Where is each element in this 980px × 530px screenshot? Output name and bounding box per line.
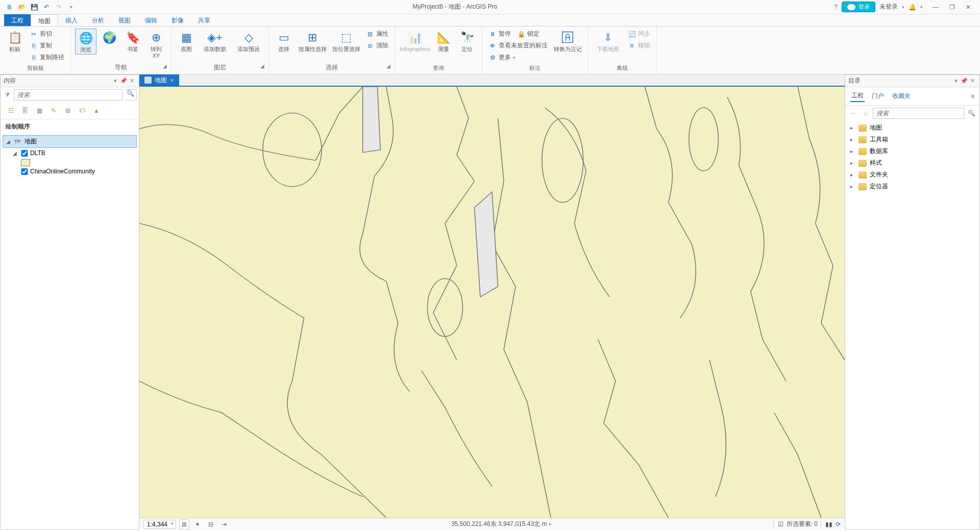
- catalog-item-databases[interactable]: ▸数据库: [847, 145, 977, 157]
- catalog-item-locators[interactable]: ▸定位器: [847, 181, 977, 192]
- close-tab-icon[interactable]: ✕: [170, 78, 174, 83]
- collapse-icon[interactable]: ◢: [6, 139, 12, 144]
- more-labeling-button[interactable]: ⚙更多 ▾: [486, 52, 550, 63]
- autohide-icon[interactable]: ▾: [111, 78, 119, 84]
- catalog-item-styles[interactable]: ▸样式: [847, 157, 977, 169]
- status-grid-icon[interactable]: ⊟: [206, 519, 216, 529]
- cut-button[interactable]: ✂剪切: [28, 29, 66, 39]
- help-icon[interactable]: ?: [834, 4, 838, 11]
- catalog-item-toolboxes[interactable]: ▸工具箱: [847, 134, 977, 145]
- layer-visibility-checkbox[interactable]: [21, 168, 28, 175]
- sync-button[interactable]: 🔄同步: [626, 29, 652, 39]
- add-preset-button[interactable]: ◇添加预设: [233, 29, 264, 54]
- home-icon[interactable]: ⌂: [861, 110, 871, 117]
- tab-portal[interactable]: 门户: [871, 91, 885, 102]
- measure-button[interactable]: 📐测量: [433, 29, 454, 54]
- select-by-loc-button[interactable]: ⬚按位置选择: [330, 29, 362, 54]
- bookmarks-button[interactable]: 🔖书签: [122, 29, 143, 54]
- fullextent-button[interactable]: 🌍: [99, 29, 120, 54]
- tab-project[interactable]: 工程: [4, 14, 31, 26]
- status-constraint-icon[interactable]: ⊞: [179, 519, 189, 529]
- list-selection-icon[interactable]: ▦: [34, 106, 44, 116]
- copy-button[interactable]: ⎘复制: [28, 40, 66, 51]
- remove-offline-button[interactable]: ✖移除: [626, 40, 652, 51]
- launcher-icon[interactable]: ◢: [260, 63, 264, 69]
- expand-icon[interactable]: ▸: [850, 184, 856, 189]
- add-data-button[interactable]: ◈+添加数据: [199, 29, 231, 54]
- clear-selection-button[interactable]: ⊘清除: [364, 40, 390, 51]
- close-panel-icon[interactable]: ✕: [128, 78, 136, 84]
- pause-labeling-button[interactable]: ⏸暂停🔒锁定: [486, 29, 550, 39]
- tab-analysis[interactable]: 分析: [85, 14, 111, 26]
- restore-icon[interactable]: ❐: [944, 2, 960, 13]
- list-perspective-icon[interactable]: ▲: [91, 106, 102, 116]
- select-by-attr-button[interactable]: ⊞按属性选择: [297, 29, 328, 54]
- launcher-icon[interactable]: ◢: [163, 63, 167, 69]
- menu-icon[interactable]: ≡: [971, 93, 974, 100]
- collapse-icon[interactable]: ◢: [13, 150, 19, 156]
- list-snapping-icon[interactable]: ⊞: [63, 106, 73, 116]
- undo-icon[interactable]: ↶: [42, 3, 51, 12]
- new-project-icon[interactable]: 🗎: [5, 3, 14, 12]
- save-icon[interactable]: 💾: [30, 3, 39, 12]
- pause-draw-icon[interactable]: ▮▮: [821, 521, 832, 528]
- attributes-button[interactable]: ⊞属性: [364, 29, 390, 39]
- close-window-icon[interactable]: ✕: [961, 2, 976, 13]
- open-project-icon[interactable]: 📂: [17, 3, 27, 12]
- list-editing-icon[interactable]: ✎: [48, 106, 59, 116]
- explore-button[interactable]: 🌐 浏览: [75, 29, 96, 55]
- goto-xy-button[interactable]: ⊕转到 XY: [145, 29, 167, 60]
- infographics-button[interactable]: 📊Infographics: [399, 29, 431, 54]
- expand-icon[interactable]: ▸: [850, 137, 856, 142]
- status-correction-icon[interactable]: ⇥: [219, 519, 229, 529]
- map-tab[interactable]: 地图 ✕: [139, 74, 179, 86]
- tab-share[interactable]: 共享: [191, 14, 217, 26]
- download-map-button[interactable]: ⬇下载地图: [592, 29, 624, 54]
- refresh-icon[interactable]: ⟳: [836, 521, 841, 528]
- notif-dropdown-icon[interactable]: ▾: [920, 5, 923, 10]
- layer-row-china[interactable]: ▸ ChinaOnlineCommunity: [3, 166, 137, 176]
- tab-map[interactable]: 地图: [31, 14, 58, 26]
- pin-icon[interactable]: 📌: [960, 78, 968, 84]
- launcher-icon[interactable]: ◢: [386, 63, 390, 69]
- list-labeling-icon[interactable]: 🏷: [77, 106, 87, 116]
- search-icon[interactable]: 🔍: [966, 110, 976, 117]
- redo-icon[interactable]: ↷: [54, 3, 63, 12]
- minimize-icon[interactable]: —: [928, 2, 943, 13]
- status-snap-icon[interactable]: ✦: [192, 519, 203, 529]
- view-unplaced-button[interactable]: 👁查看未放置的标注: [486, 40, 550, 51]
- sign-in-badge[interactable]: 登录: [842, 2, 875, 12]
- copy-path-button[interactable]: ⎘复制路径: [28, 52, 66, 63]
- search-input[interactable]: [14, 89, 122, 100]
- tab-view[interactable]: 视图: [111, 14, 138, 26]
- tab-favorites[interactable]: 收藏夹: [891, 91, 912, 102]
- expand-icon[interactable]: ▸: [850, 172, 856, 178]
- back-icon[interactable]: ←: [848, 110, 859, 117]
- layer-visibility-checkbox[interactable]: [21, 150, 28, 157]
- scale-selector[interactable]: 1:4,344: [143, 520, 176, 529]
- expand-icon[interactable]: ▸: [850, 148, 856, 154]
- layer-row-dltb[interactable]: ◢ DLTB: [3, 148, 137, 158]
- search-icon[interactable]: 🔍: [125, 89, 137, 100]
- basemap-button[interactable]: ▦底图: [176, 29, 197, 54]
- catalog-item-folders[interactable]: ▸文件夹: [847, 169, 977, 181]
- tab-project[interactable]: 工程: [850, 90, 865, 102]
- qat-customize-icon[interactable]: ▾: [66, 3, 76, 12]
- pin-icon[interactable]: 📌: [119, 78, 128, 84]
- convert-annotation-button[interactable]: 🄰转换为注记: [552, 29, 583, 54]
- tab-imagery[interactable]: 影像: [164, 14, 191, 26]
- list-source-icon[interactable]: 🗄: [20, 106, 30, 116]
- autohide-icon[interactable]: ▾: [952, 78, 960, 84]
- close-panel-icon[interactable]: ✕: [968, 78, 976, 84]
- locate-button[interactable]: 🔭定位: [456, 29, 478, 54]
- catalog-search-input[interactable]: [873, 108, 964, 119]
- tab-edit[interactable]: 编辑: [138, 14, 164, 26]
- notifications-icon[interactable]: 🔔: [909, 4, 916, 11]
- catalog-item-maps[interactable]: ▸地图: [847, 122, 977, 134]
- list-drawing-order-icon[interactable]: ☷: [6, 106, 16, 116]
- expand-icon[interactable]: ▸: [850, 125, 856, 131]
- select-button[interactable]: ▭选择: [273, 29, 295, 54]
- paste-button[interactable]: 📋 粘贴: [4, 29, 26, 54]
- filter-icon[interactable]: ⧩: [3, 91, 12, 98]
- login-dropdown-icon[interactable]: ▾: [902, 5, 904, 10]
